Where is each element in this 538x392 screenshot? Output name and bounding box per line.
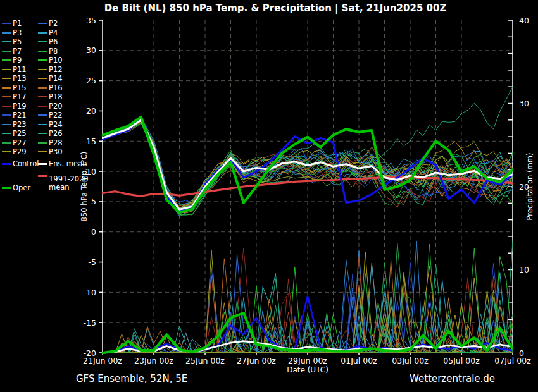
date-tick-label: 21Jun 00z xyxy=(83,356,122,365)
legend-swatch-p19 xyxy=(2,106,11,107)
x-axis-title: Date (UTC) xyxy=(287,365,328,374)
date-tick-label: 27Jun 00z xyxy=(237,356,276,365)
legend-item-p15: P15 xyxy=(2,84,38,92)
legend-item-p27: P27 xyxy=(2,139,38,147)
temp-tick-label: 30 xyxy=(86,46,96,55)
legend-swatch-p3 xyxy=(2,32,11,34)
legend-label-p21: P21 xyxy=(13,111,27,119)
legend-item-clim-mean: 1991-2020 mean xyxy=(38,175,94,192)
legend-label-p2: P2 xyxy=(49,20,58,27)
date-tick-label: 23Jun 00z xyxy=(134,356,173,365)
legend-label-p16: P16 xyxy=(49,84,63,92)
legend-swatch-p18 xyxy=(38,96,47,97)
legend-label-p23: P23 xyxy=(13,121,27,128)
legend-item-p21: P21 xyxy=(2,111,38,119)
legend-item-p3: P3 xyxy=(2,29,38,37)
legend-item-p11: P11 xyxy=(2,66,38,73)
legend-swatch-p5 xyxy=(2,41,11,42)
legend-item-p16: P16 xyxy=(38,84,87,92)
legend-swatch-p8 xyxy=(38,51,47,52)
legend-item-p5: P5 xyxy=(2,38,38,46)
legend-item-p7: P7 xyxy=(2,47,38,55)
clim-mean-line-swatch xyxy=(38,175,47,177)
legend-label-p10: P10 xyxy=(49,56,63,64)
legend-label-p4: P4 xyxy=(49,29,58,37)
oper-line-swatch xyxy=(2,187,11,189)
legend-label-p27: P27 xyxy=(13,139,27,147)
legend-item-p30: P30 xyxy=(38,148,87,156)
legend-label-p8: P8 xyxy=(49,47,58,55)
precip-tick-label: 30 xyxy=(519,99,529,108)
legend-label-p3: P3 xyxy=(13,29,22,37)
legend-item-p1: P1 xyxy=(2,20,38,27)
legend-label-p5: P5 xyxy=(13,38,22,46)
model-label: GFS Ensemble, 52N, 5E xyxy=(76,373,187,384)
meteogram-page: De Bilt (NL) 850 hPa Temp. & Precipitati… xyxy=(0,0,538,392)
legend-item-p24: P24 xyxy=(38,121,87,128)
legend-label-p6: P6 xyxy=(49,38,58,46)
temp-tick-label: 0 xyxy=(91,227,96,236)
legend-label-p29: P29 xyxy=(13,148,27,156)
legend-swatch-p1 xyxy=(2,23,11,24)
legend-label-p30: P30 xyxy=(49,148,63,156)
legend-label-p28: P28 xyxy=(49,139,63,147)
legend-swatch-p27 xyxy=(2,142,11,144)
temp-tick-label: 15 xyxy=(86,137,96,146)
date-tick-label: 01Jul 00z xyxy=(341,356,377,365)
legend-item-p18: P18 xyxy=(38,93,87,101)
precip-tick-label: 40 xyxy=(519,16,529,25)
legend-item-ens-mean: Ens. mean xyxy=(38,160,87,168)
legend-label-oper: Oper xyxy=(13,184,30,192)
legend-swatch-p21 xyxy=(2,114,11,116)
date-tick-label: 03Jul 00z xyxy=(392,356,429,365)
legend-swatch-p17 xyxy=(2,96,11,97)
legend-label-p15: P15 xyxy=(13,84,27,92)
legend-label-p13: P13 xyxy=(13,75,27,82)
date-tick-label: 07Jul 00z xyxy=(494,356,531,365)
legend-swatch-p12 xyxy=(38,69,47,70)
date-tick-label: 25Jun 00z xyxy=(185,356,225,365)
legend-item-p10: P10 xyxy=(38,56,87,64)
control-line-swatch xyxy=(2,163,11,165)
legend-swatch-p25 xyxy=(2,133,11,134)
legend-item-control: Control xyxy=(2,160,38,168)
legend-swatch-p26 xyxy=(38,133,47,134)
legend-label-p18: P18 xyxy=(49,93,63,101)
legend-swatch-p30 xyxy=(38,151,47,152)
legend-label-p9: P9 xyxy=(13,56,22,64)
legend-item-p23: P23 xyxy=(2,121,38,128)
legend-swatch-p6 xyxy=(38,41,47,42)
source-label: Wetterzentrale.de xyxy=(410,373,495,384)
legend-swatch-p28 xyxy=(38,142,47,144)
temp-tick-label: 25 xyxy=(86,76,96,85)
legend-label-p7: P7 xyxy=(13,47,22,55)
temp-tick-label: -5 xyxy=(89,257,96,267)
legend-label-p1: P1 xyxy=(13,20,22,27)
legend-label-p17: P17 xyxy=(13,93,27,101)
legend-swatch-p4 xyxy=(38,32,47,34)
legend-item-p20: P20 xyxy=(38,102,87,110)
legend-swatch-p29 xyxy=(2,151,11,152)
temp-tick-label: 35 xyxy=(86,16,96,25)
legend-item-p25: P25 xyxy=(2,130,38,137)
legend-row-means: Control Ens. mean xyxy=(2,160,87,168)
legend-swatch-p15 xyxy=(2,87,11,89)
legend-swatch-p22 xyxy=(38,114,47,116)
legend-label-p12: P12 xyxy=(49,66,63,73)
legend-item-p6: P6 xyxy=(38,38,87,46)
legend-label-ens-mean: Ens. mean xyxy=(49,160,87,168)
legend-label-p11: P11 xyxy=(13,66,27,73)
legend-item-p28: P28 xyxy=(38,139,87,147)
legend-swatch-p13 xyxy=(2,78,11,79)
precip-tick-label: 10 xyxy=(519,265,529,274)
legend-item-p13: P13 xyxy=(2,75,38,82)
legend-item-p2: P2 xyxy=(38,20,87,27)
legend-swatch-p20 xyxy=(38,106,47,107)
date-tick-label: 29Jun 00z xyxy=(288,356,327,365)
legend-item-p9: P9 xyxy=(2,56,38,64)
legend-swatch-p7 xyxy=(2,51,11,52)
legend-label-control: Control xyxy=(13,160,39,168)
legend-swatch-p16 xyxy=(38,87,47,89)
legend-item-p29: P29 xyxy=(2,148,38,156)
legend-swatch-p2 xyxy=(38,23,47,24)
